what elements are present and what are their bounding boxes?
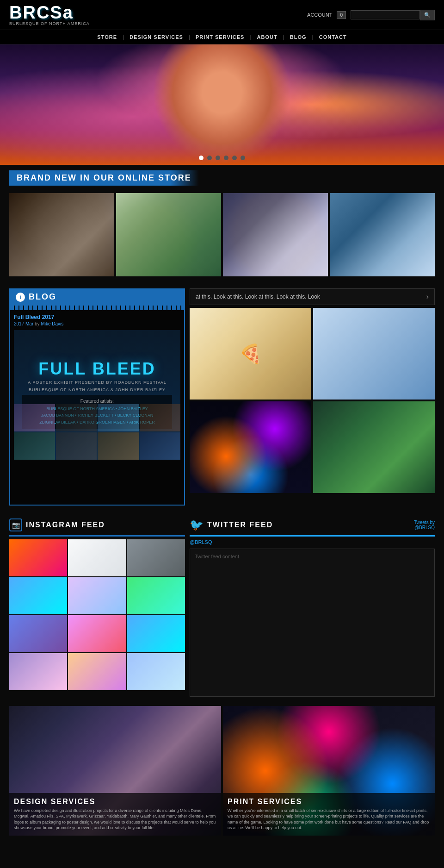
twitter-bird-icon: 🐦: [190, 518, 204, 531]
look-header-text: at this. Look at this. Look at this. Loo…: [196, 293, 320, 300]
blog-post-title[interactable]: Full Bleed 2017: [14, 314, 180, 320]
look-header: at this. Look at this. Look at this. Loo…: [190, 288, 435, 305]
look-grid: 🍕: [190, 308, 435, 493]
ig-post-12[interactable]: [127, 653, 185, 690]
instagram-icon: 📷: [9, 518, 22, 531]
blog-header: i BLOG: [10, 289, 184, 305]
twitter-title: TWITTER FEED: [207, 521, 273, 529]
nav-about[interactable]: ABOUT: [252, 34, 283, 40]
blog-section: i BLOG Full Bleed 2017 2017 Mar by Mike …: [9, 288, 185, 506]
blog-post-date-year: 2017 Mar: [14, 321, 33, 326]
hero-dot-1[interactable]: [199, 156, 204, 160]
store-item-1[interactable]: [9, 193, 114, 276]
nav-store[interactable]: STORE: [92, 34, 123, 40]
store-item-2[interactable]: [116, 193, 221, 276]
twitter-handle[interactable]: @BRLSQ: [190, 539, 435, 545]
look-section: at this. Look at this. Look at this. Loo…: [190, 288, 435, 506]
logo-text[interactable]: BRCSa: [9, 4, 74, 21]
look-item-2[interactable]: [313, 308, 435, 400]
design-service-overlay: DESIGN SERVICES We have completed design…: [9, 793, 221, 836]
design-services-item[interactable]: DESIGN SERVICES We have completed design…: [9, 706, 221, 836]
hero-dot-4[interactable]: [224, 156, 228, 160]
nav-print-services[interactable]: PRINT SERVICES: [190, 34, 250, 40]
ig-post-11[interactable]: [68, 653, 126, 690]
account-bar: ACCOUNT 0 🔍: [307, 10, 435, 20]
look-item-1[interactable]: 🍕: [190, 308, 311, 400]
hero-dots: [199, 156, 245, 160]
ig-post-10[interactable]: [9, 653, 67, 690]
blog-poster-title: FULL BLEED: [38, 361, 155, 377]
cart-icon[interactable]: 0: [337, 11, 346, 19]
services-row: DESIGN SERVICES We have completed design…: [0, 701, 444, 840]
blog-grid-7: [98, 432, 139, 460]
hero-artwork: [0, 44, 444, 165]
hero-dot-6[interactable]: [240, 156, 245, 160]
tweet-by-label: Tweets by: [414, 520, 435, 525]
account-label[interactable]: ACCOUNT: [307, 12, 332, 18]
instagram-icon-symbol: 📷: [12, 521, 20, 529]
blog-grid-5: [14, 432, 55, 460]
print-services-item[interactable]: PRINT SERVICES Whether you're interested…: [223, 706, 435, 836]
tweet-by-handle[interactable]: @BRLSQ: [414, 525, 435, 530]
blog-grid-8: [140, 432, 181, 460]
feeds-area: 📷 INSTAGRAM FEED 🐦 TWITTER FEED: [0, 510, 444, 701]
blog-poster-sub2: BURLESQUE OF NORTH AMERICA & JOHN DYER B…: [29, 387, 166, 392]
print-service-overlay: PRINT SERVICES Whether you're interested…: [223, 793, 435, 836]
blog-content[interactable]: Full Bleed 2017 2017 Mar by Mike Davis F…: [10, 310, 184, 505]
twitter-placeholder: Twitter feed content: [195, 554, 430, 559]
twitter-left: 🐦 TWITTER FEED: [190, 518, 273, 531]
store-item-2-img: [116, 193, 221, 276]
store-item-3[interactable]: [223, 193, 328, 276]
blog-grid-4: [140, 404, 181, 431]
store-grid: [0, 189, 444, 284]
store-item-3-img: [223, 193, 328, 276]
nav-blog[interactable]: BLOG: [284, 34, 312, 40]
ig-post-3[interactable]: [127, 539, 185, 576]
ig-post-8[interactable]: [68, 615, 126, 652]
hero-banner: [0, 44, 444, 165]
search-button[interactable]: 🔍: [420, 10, 435, 20]
look-arrow[interactable]: ›: [426, 293, 429, 301]
blog-grid-3: [98, 404, 139, 431]
twitter-feed-content[interactable]: Twitter feed content: [190, 549, 435, 697]
ig-post-1[interactable]: [9, 539, 67, 576]
blog-title: BLOG: [29, 292, 56, 302]
ig-post-4[interactable]: [9, 577, 67, 614]
blog-post-author[interactable]: Mike Davis: [41, 321, 63, 326]
blog-post-date: 2017 Mar by Mike Davis: [14, 321, 180, 326]
main-nav: STORE | DESIGN SERVICES | PRINT SERVICES…: [0, 30, 444, 44]
instagram-header: 📷 INSTAGRAM FEED: [9, 515, 185, 537]
blog-poster-grid: [14, 404, 180, 460]
instagram-grid: [9, 539, 185, 690]
store-heading: BRAND NEW IN OUR ONLINE STORE: [9, 170, 199, 186]
instagram-title: INSTAGRAM FEED: [26, 521, 105, 529]
look-item-3[interactable]: [190, 401, 311, 493]
store-item-4[interactable]: [330, 193, 435, 276]
hero-dot-5[interactable]: [232, 156, 237, 160]
hero-dot-2[interactable]: [207, 156, 212, 160]
store-item-1-img: [9, 193, 114, 276]
blog-featured-label: Featured artists:: [26, 399, 168, 404]
blog-grid-6: [56, 432, 97, 460]
nav-contact[interactable]: CONTACT: [314, 34, 352, 40]
blog-grid-2: [56, 404, 97, 431]
hero-face: [153, 44, 291, 165]
ig-post-9[interactable]: [127, 615, 185, 652]
ig-post-7[interactable]: [9, 615, 67, 652]
tweet-by: Tweets by @BRLSQ: [414, 520, 435, 530]
logo-sub: Burlesque of North America: [9, 21, 90, 26]
blog-info-icon: i: [16, 293, 25, 302]
header-right: ACCOUNT 0 🔍: [307, 10, 435, 20]
nav-design-services[interactable]: DESIGN SERVICES: [124, 34, 189, 40]
blog-poster-sub1: A POSTER EXHIBIT PRESENTED BY ROADBURN F…: [28, 380, 166, 385]
blog-grid-1: [14, 404, 55, 431]
look-item-4[interactable]: [313, 401, 435, 493]
logo-area: BRCSa Burlesque of North America: [9, 4, 90, 26]
search-input[interactable]: [351, 10, 420, 19]
ig-post-6[interactable]: [127, 577, 185, 614]
hero-dot-3[interactable]: [216, 156, 220, 160]
ig-post-5[interactable]: [68, 577, 126, 614]
search-bar: 🔍: [351, 10, 435, 20]
ig-post-2[interactable]: [68, 539, 126, 576]
twitter-header: 🐦 TWITTER FEED Tweets by @BRLSQ: [190, 515, 435, 537]
